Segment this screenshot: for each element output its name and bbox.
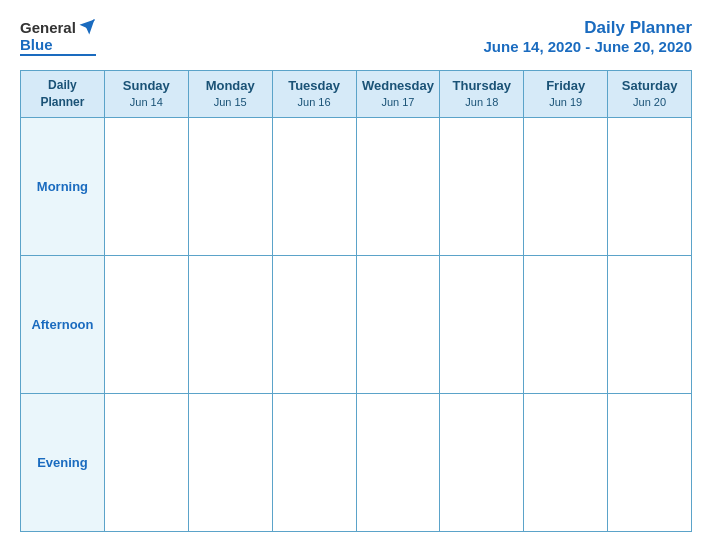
- header-day-tuesday: TuesdayJun 16: [272, 71, 356, 118]
- cell-evening-thursday[interactable]: [440, 393, 524, 531]
- cell-morning-thursday[interactable]: [440, 117, 524, 255]
- day-date: Jun 16: [277, 95, 352, 109]
- table-row: Morning: [21, 117, 692, 255]
- logo-underline: [20, 54, 96, 56]
- day-date: Jun 15: [193, 95, 268, 109]
- planner-table: Daily Planner SundayJun 14MondayJun 15Tu…: [20, 70, 692, 532]
- header-day-wednesday: WednesdayJun 17: [356, 71, 440, 118]
- cell-afternoon-monday[interactable]: [188, 255, 272, 393]
- date-range: June 14, 2020 - June 20, 2020: [484, 38, 692, 55]
- logo-text: General: [20, 18, 96, 36]
- day-date: Jun 20: [612, 95, 687, 109]
- table-header-row: Daily Planner SundayJun 14MondayJun 15Tu…: [21, 71, 692, 118]
- cell-morning-sunday[interactable]: [104, 117, 188, 255]
- table-row: Afternoon: [21, 255, 692, 393]
- row-label-evening: Evening: [21, 393, 105, 531]
- logo: General Blue: [20, 18, 96, 56]
- day-name: Thursday: [444, 78, 519, 95]
- header-label-line2: Planner: [40, 95, 84, 109]
- header-day-sunday: SundayJun 14: [104, 71, 188, 118]
- day-name: Saturday: [612, 78, 687, 95]
- row-label-afternoon: Afternoon: [21, 255, 105, 393]
- cell-afternoon-wednesday[interactable]: [356, 255, 440, 393]
- cell-afternoon-saturday[interactable]: [608, 255, 692, 393]
- logo-blue-text: Blue: [20, 36, 53, 53]
- day-name: Wednesday: [361, 78, 436, 95]
- header: General Blue Daily Planner June 14, 2020…: [20, 18, 692, 56]
- cell-morning-saturday[interactable]: [608, 117, 692, 255]
- planner-title: Daily Planner: [484, 18, 692, 38]
- day-name: Sunday: [109, 78, 184, 95]
- header-title: Daily Planner June 14, 2020 - June 20, 2…: [484, 18, 692, 55]
- cell-evening-friday[interactable]: [524, 393, 608, 531]
- row-label-morning: Morning: [21, 117, 105, 255]
- cell-evening-sunday[interactable]: [104, 393, 188, 531]
- cell-morning-wednesday[interactable]: [356, 117, 440, 255]
- cell-morning-monday[interactable]: [188, 117, 272, 255]
- day-name: Tuesday: [277, 78, 352, 95]
- cell-afternoon-sunday[interactable]: [104, 255, 188, 393]
- day-date: Jun 19: [528, 95, 603, 109]
- bird-icon: [78, 18, 96, 36]
- day-date: Jun 14: [109, 95, 184, 109]
- day-date: Jun 17: [361, 95, 436, 109]
- day-name: Friday: [528, 78, 603, 95]
- logo-general-text: General: [20, 19, 76, 36]
- cell-afternoon-friday[interactable]: [524, 255, 608, 393]
- cell-morning-tuesday[interactable]: [272, 117, 356, 255]
- header-day-thursday: ThursdayJun 18: [440, 71, 524, 118]
- cell-morning-friday[interactable]: [524, 117, 608, 255]
- cell-evening-tuesday[interactable]: [272, 393, 356, 531]
- page: General Blue Daily Planner June 14, 2020…: [0, 0, 712, 550]
- header-day-friday: FridayJun 19: [524, 71, 608, 118]
- cell-afternoon-thursday[interactable]: [440, 255, 524, 393]
- header-label-line1: Daily: [48, 78, 77, 92]
- day-date: Jun 18: [444, 95, 519, 109]
- header-day-saturday: SaturdayJun 20: [608, 71, 692, 118]
- day-name: Monday: [193, 78, 268, 95]
- cell-evening-wednesday[interactable]: [356, 393, 440, 531]
- cell-evening-monday[interactable]: [188, 393, 272, 531]
- header-day-monday: MondayJun 15: [188, 71, 272, 118]
- header-label-cell: Daily Planner: [21, 71, 105, 118]
- cell-evening-saturday[interactable]: [608, 393, 692, 531]
- cell-afternoon-tuesday[interactable]: [272, 255, 356, 393]
- table-row: Evening: [21, 393, 692, 531]
